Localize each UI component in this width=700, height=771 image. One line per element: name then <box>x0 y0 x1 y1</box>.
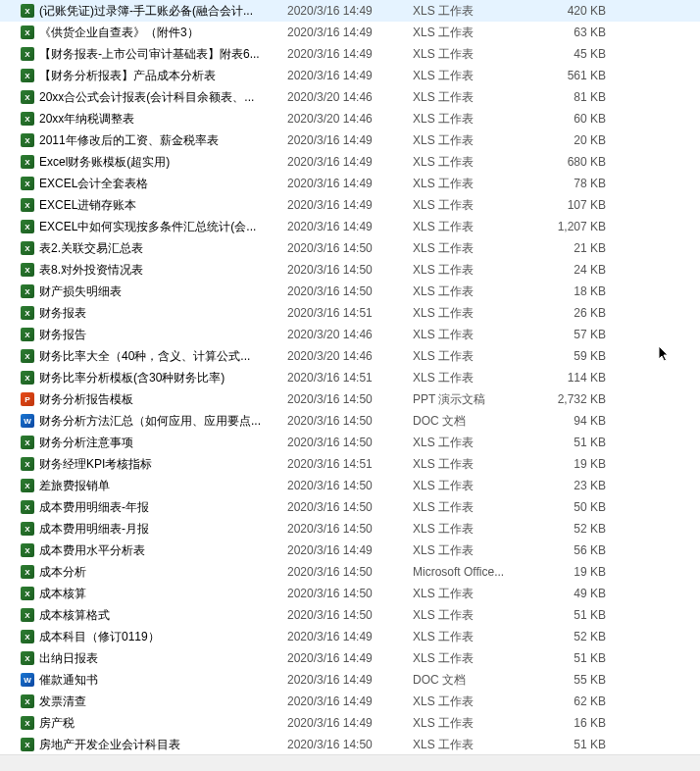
file-type: XLS 工作表 <box>413 68 538 84</box>
file-row[interactable]: 2011年修改后的工资、薪金税率表2020/3/16 14:49XLS 工作表2… <box>0 129 700 151</box>
file-row[interactable]: 财务比率分析模板(含30种财务比率)2020/3/16 14:51XLS 工作表… <box>0 367 700 388</box>
file-row[interactable]: 成本核算2020/3/16 14:50XLS 工作表49 KB <box>0 583 700 604</box>
file-row[interactable]: 财务经理KPI考核指标2020/3/16 14:51XLS 工作表19 KB <box>0 453 700 475</box>
file-name[interactable]: 财务分析报告模板 <box>37 391 287 408</box>
file-row[interactable]: Excel财务账模板(超实用)2020/3/16 14:49XLS 工作表680… <box>0 151 700 173</box>
file-name[interactable]: EXCEL中如何实现按多条件汇总统计(会... <box>37 219 287 235</box>
file-size: 561 KB <box>538 69 612 82</box>
file-row[interactable]: 《供货企业自查表》（附件3）2020/3/16 14:49XLS 工作表63 K… <box>0 22 700 43</box>
file-row[interactable]: EXCEL中如何实现按多条件汇总统计(会...2020/3/16 14:49XL… <box>0 216 700 237</box>
file-name[interactable]: EXCEL会计全套表格 <box>37 176 287 192</box>
file-row[interactable]: (记账凭证)过录簿-手工账必备(融合会计...2020/3/16 14:49XL… <box>0 0 700 22</box>
file-name[interactable]: 2011年修改后的工资、薪金税率表 <box>37 132 287 149</box>
file-row[interactable]: EXCEL进销存账本2020/3/16 14:49XLS 工作表107 KB <box>0 194 700 216</box>
xls-file-icon <box>21 220 34 233</box>
file-type: XLS 工作表 <box>413 111 538 128</box>
file-row[interactable]: 财务报表2020/3/16 14:51XLS 工作表26 KB <box>0 302 700 324</box>
xls-file-icon <box>21 522 34 536</box>
xls-file-icon <box>21 69 34 82</box>
file-row[interactable]: 成本分析2020/3/16 14:50Microsoft Office...19… <box>0 561 700 583</box>
file-date: 2020/3/16 14:50 <box>287 522 413 536</box>
file-name[interactable]: 财务报告 <box>37 327 287 343</box>
file-row[interactable]: 差旅费报销单2020/3/16 14:50XLS 工作表23 KB <box>0 475 700 496</box>
file-name[interactable]: 发票清查 <box>37 694 287 710</box>
file-name[interactable]: 【财务分析报表】产品成本分析表 <box>37 68 287 84</box>
file-row[interactable]: 财务分析报告模板2020/3/16 14:50PPT 演示文稿2,732 KB <box>0 388 700 410</box>
file-name[interactable]: 财务分析方法汇总（如何应用、应用要点... <box>37 413 287 430</box>
file-type: XLS 工作表 <box>413 197 538 214</box>
file-type: XLS 工作表 <box>413 348 538 365</box>
file-row[interactable]: 成本科目（修订0119）2020/3/16 14:49XLS 工作表52 KB <box>0 626 700 647</box>
file-icon-cell <box>18 4 37 18</box>
file-date: 2020/3/16 14:50 <box>287 587 413 600</box>
file-icon-cell <box>18 220 37 233</box>
file-name[interactable]: 表8.对外投资情况表 <box>37 262 287 279</box>
file-row[interactable]: 成本费用明细表-年报2020/3/16 14:50XLS 工作表50 KB <box>0 496 700 518</box>
file-row[interactable]: 20xx年纳税调整表2020/3/20 14:46XLS 工作表60 KB <box>0 108 700 129</box>
file-row[interactable]: 【财务报表-上市公司审计基础表】附表6...2020/3/16 14:49XLS… <box>0 43 700 65</box>
file-name[interactable]: 财务分析注意事项 <box>37 435 287 451</box>
file-name[interactable]: 成本费用明细表-月报 <box>37 521 287 538</box>
xls-file-icon <box>21 328 34 341</box>
file-name[interactable]: 房地产开发企业会计科目表 <box>37 737 287 753</box>
file-date: 2020/3/16 14:49 <box>287 133 413 147</box>
file-name[interactable]: 成本分析 <box>37 564 287 581</box>
file-size: 1,207 KB <box>538 220 612 233</box>
file-size: 2,732 KB <box>538 392 612 406</box>
file-date: 2020/3/16 14:49 <box>287 716 413 730</box>
file-name[interactable]: EXCEL进销存账本 <box>37 197 287 214</box>
file-name[interactable]: 表2.关联交易汇总表 <box>37 240 287 257</box>
file-date: 2020/3/16 14:50 <box>287 414 413 428</box>
file-row[interactable]: 【财务分析报表】产品成本分析表2020/3/16 14:49XLS 工作表561… <box>0 65 700 86</box>
file-name[interactable]: 20xx年纳税调整表 <box>37 111 287 128</box>
file-name[interactable]: 【财务报表-上市公司审计基础表】附表6... <box>37 46 287 63</box>
file-name[interactable]: 财务经理KPI考核指标 <box>37 456 287 473</box>
file-name[interactable]: 差旅费报销单 <box>37 478 287 494</box>
file-name[interactable]: Excel财务账模板(超实用) <box>37 154 287 171</box>
xls-file-icon <box>21 371 34 385</box>
file-name[interactable]: 成本费用明细表-年报 <box>37 499 287 516</box>
file-name[interactable]: (记账凭证)过录簿-手工账必备(融合会计... <box>37 3 287 20</box>
file-row[interactable]: 财务分析注意事项2020/3/16 14:50XLS 工作表51 KB <box>0 432 700 453</box>
file-row[interactable]: 表2.关联交易汇总表2020/3/16 14:50XLS 工作表21 KB <box>0 237 700 259</box>
file-type: DOC 文档 <box>413 672 538 689</box>
file-explorer-list[interactable]: (记账凭证)过录簿-手工账必备(融合会计...2020/3/16 14:49XL… <box>0 0 700 771</box>
file-name[interactable]: 成本科目（修订0119） <box>37 629 287 645</box>
file-name[interactable]: 财务报表 <box>37 305 287 322</box>
file-row[interactable]: EXCEL会计全套表格2020/3/16 14:49XLS 工作表78 KB <box>0 173 700 194</box>
file-row[interactable]: 财务报告2020/3/20 14:46XLS 工作表57 KB <box>0 324 700 345</box>
file-name[interactable]: 财产损失明细表 <box>37 283 287 300</box>
file-row[interactable]: 成本核算格式2020/3/16 14:50XLS 工作表51 KB <box>0 604 700 626</box>
file-name[interactable]: 成本费用水平分析表 <box>37 542 287 559</box>
file-name[interactable]: 《供货企业自查表》（附件3） <box>37 25 287 41</box>
file-name[interactable]: 成本核算 <box>37 586 287 602</box>
file-row[interactable]: 成本费用明细表-月报2020/3/16 14:50XLS 工作表52 KB <box>0 518 700 540</box>
file-name[interactable]: 房产税 <box>37 715 287 732</box>
file-type: XLS 工作表 <box>413 154 538 171</box>
file-name[interactable]: 20xx合公式会计报表(会计科目余额表、... <box>37 89 287 106</box>
file-row[interactable]: 财务分析方法汇总（如何应用、应用要点...2020/3/16 14:50DOC … <box>0 410 700 432</box>
xls-file-icon <box>21 630 34 643</box>
file-date: 2020/3/16 14:50 <box>287 284 413 298</box>
file-type: XLS 工作表 <box>413 219 538 235</box>
file-size: 62 KB <box>538 694 612 708</box>
file-name[interactable]: 财务比率大全（40种，含义、计算公式... <box>37 348 287 365</box>
file-row[interactable]: 表8.对外投资情况表2020/3/16 14:50XLS 工作表24 KB <box>0 259 700 281</box>
file-row[interactable]: 成本费用水平分析表2020/3/16 14:49XLS 工作表56 KB <box>0 540 700 561</box>
file-name[interactable]: 财务比率分析模板(含30种财务比率) <box>37 370 287 386</box>
horizontal-scrollbar[interactable] <box>0 754 700 771</box>
file-row[interactable]: 财产损失明细表2020/3/16 14:50XLS 工作表18 KB <box>0 281 700 302</box>
file-row[interactable]: 财务比率大全（40种，含义、计算公式...2020/3/20 14:46XLS … <box>0 345 700 367</box>
file-name[interactable]: 成本核算格式 <box>37 607 287 624</box>
file-icon-cell <box>18 47 37 61</box>
file-row[interactable]: 房产税2020/3/16 14:49XLS 工作表16 KB <box>0 712 700 734</box>
file-row[interactable]: 催款通知书2020/3/16 14:49DOC 文档55 KB <box>0 669 700 691</box>
file-row[interactable]: 房地产开发企业会计科目表2020/3/16 14:50XLS 工作表51 KB <box>0 734 700 755</box>
file-row[interactable]: 发票清查2020/3/16 14:49XLS 工作表62 KB <box>0 691 700 712</box>
file-size: 51 KB <box>538 738 612 751</box>
file-size: 114 KB <box>538 371 612 385</box>
file-name[interactable]: 催款通知书 <box>37 672 287 689</box>
file-row[interactable]: 20xx合公式会计报表(会计科目余额表、...2020/3/20 14:46XL… <box>0 86 700 108</box>
file-name[interactable]: 出纳日报表 <box>37 650 287 667</box>
file-row[interactable]: 出纳日报表2020/3/16 14:49XLS 工作表51 KB <box>0 647 700 669</box>
